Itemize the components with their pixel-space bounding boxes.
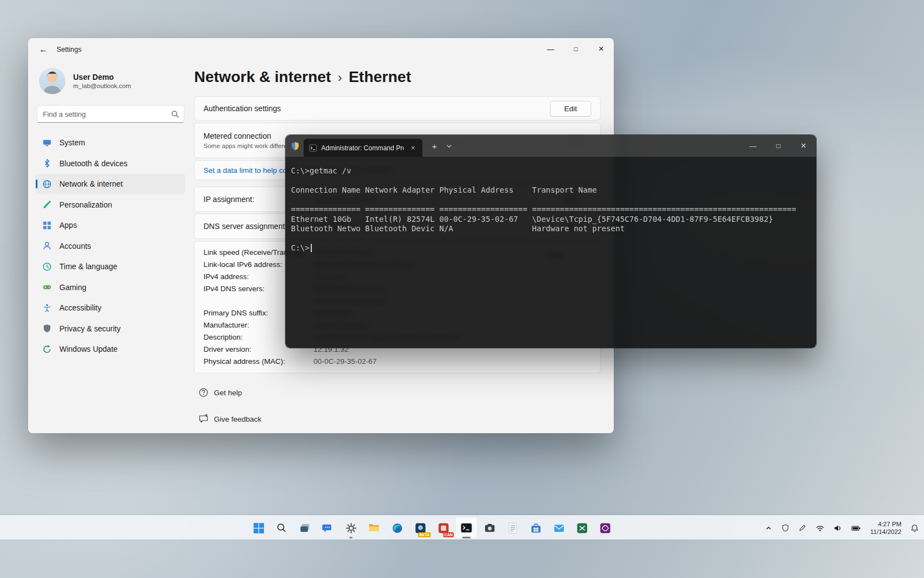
tray-chevron-button[interactable]	[763, 519, 774, 537]
give-feedback-link[interactable]: Give feedback	[199, 412, 261, 426]
gamepad-icon	[42, 282, 52, 292]
authentication-settings-row: Authentication settings Edit	[194, 96, 601, 121]
bell-icon	[911, 524, 919, 532]
help-icon	[199, 388, 208, 397]
settings-window-controls: — □ ×	[538, 38, 614, 60]
give-feedback-label: Give feedback	[214, 415, 261, 423]
search-icon	[276, 522, 287, 533]
new-tab-button[interactable]: +	[427, 138, 442, 154]
settings-app-button[interactable]	[340, 517, 362, 539]
breadcrumb: Network & internet › Ethernet	[194, 68, 601, 86]
tray-app-button[interactable]	[779, 519, 791, 537]
settings-sidebar: User Demo m_lab@outlook.com System Bluet…	[28, 61, 193, 433]
notepad-icon	[507, 522, 519, 534]
terminal-tab[interactable]: Administrator: Command Pro ×	[304, 139, 422, 157]
store-button[interactable]	[525, 517, 547, 539]
tab-dropdown-button[interactable]	[442, 138, 455, 154]
personalization-brush-icon	[42, 200, 52, 209]
screenshot-tool-button[interactable]	[479, 517, 501, 539]
file-explorer-button[interactable]	[363, 517, 385, 539]
terminal-window-controls: — □ ×	[740, 135, 816, 157]
beta-badge: BETA	[418, 532, 431, 537]
terminal-taskbar-button[interactable]	[455, 517, 477, 539]
sidebar-item-label: Bluetooth & devices	[59, 159, 128, 168]
task-view-icon	[299, 522, 311, 534]
property-label: Physical address (MAC):	[204, 356, 314, 368]
taskbar-search-button[interactable]	[271, 517, 293, 539]
page-title: Ethernet	[349, 68, 411, 86]
property-row: Physical address (MAC):00-0C-29-35-02-67	[204, 356, 591, 368]
notification-center-button[interactable]	[909, 519, 921, 537]
user-name: User Demo	[73, 73, 131, 81]
terminal-prompt-line: C:\>	[291, 243, 811, 253]
sidebar-item-label: Accessibility	[59, 303, 101, 312]
sidebar-item-gaming[interactable]: Gaming	[36, 277, 185, 297]
sidebar-item-network-internet[interactable]: Network & internet	[36, 174, 185, 194]
close-button[interactable]: ×	[588, 38, 614, 60]
battery-icon	[851, 524, 861, 532]
terminal-close-button[interactable]: ×	[791, 135, 816, 157]
shield-icon	[42, 324, 52, 333]
system-icon	[42, 138, 52, 148]
volume-icon	[834, 524, 842, 532]
app-beta-button[interactable]: BETA	[409, 517, 431, 539]
authentication-edit-button[interactable]: Edit	[550, 101, 591, 117]
sidebar-item-windows-update[interactable]: Windows Update	[36, 339, 185, 359]
search-icon[interactable]	[171, 110, 179, 118]
windows-logo-icon	[253, 522, 265, 534]
pen-icon	[799, 524, 806, 532]
taskbar-clock[interactable]: 4:27 PM 11/14/2022	[868, 520, 904, 536]
battery-tray-button[interactable]	[849, 519, 863, 537]
app-green-icon	[576, 522, 588, 534]
sidebar-item-personalization[interactable]: Personalization	[36, 195, 185, 215]
volume-tray-button[interactable]	[832, 519, 844, 537]
task-view-button[interactable]	[294, 517, 316, 539]
sidebar-item-system[interactable]: System	[36, 133, 185, 152]
app-purple-button[interactable]	[594, 517, 616, 539]
get-help-label: Get help	[214, 389, 242, 397]
sidebar-item-accessibility[interactable]: Accessibility	[36, 298, 185, 318]
apps-grid-icon	[42, 221, 52, 230]
terminal-minimize-button[interactable]: —	[740, 135, 766, 157]
terminal-icon	[460, 522, 472, 534]
clock-icon	[42, 262, 52, 271]
notepad-button[interactable]	[502, 517, 524, 539]
start-button[interactable]	[248, 517, 270, 539]
avatar	[39, 68, 65, 94]
get-help-link[interactable]: Get help	[199, 385, 242, 400]
sidebar-item-apps[interactable]: Apps	[36, 215, 185, 235]
breadcrumb-parent[interactable]: Network & internet	[194, 68, 331, 86]
terminal-text: C:\>getmac /v Connection Name Network Ad…	[291, 166, 811, 243]
sidebar-item-label: Privacy & security	[59, 324, 120, 333]
mail-button[interactable]	[548, 517, 570, 539]
sidebar-item-time-language[interactable]: Time & language	[36, 257, 185, 276]
tab-close-button[interactable]: ×	[408, 143, 418, 153]
terminal-output[interactable]: C:\>getmac /v Connection Name Network Ad…	[285, 157, 816, 348]
settings-window-title: Settings	[57, 46, 81, 53]
taskbar-icons: BETA CAN	[248, 517, 616, 539]
tray-app-icon	[782, 524, 789, 532]
sidebar-item-label: Apps	[59, 221, 77, 230]
sidebar-item-accounts[interactable]: Accounts	[36, 236, 185, 256]
sidebar-item-privacy-security[interactable]: Privacy & security	[36, 319, 185, 339]
edge-browser-button[interactable]	[386, 517, 408, 539]
app-can-button[interactable]: CAN	[432, 517, 454, 539]
sidebar-item-bluetooth-devices[interactable]: Bluetooth & devices	[36, 154, 185, 173]
update-arrows-icon	[42, 345, 52, 354]
network-tray-button[interactable]	[813, 519, 827, 537]
back-button[interactable]: ←	[35, 41, 52, 58]
accessibility-person-icon	[42, 303, 52, 313]
accounts-person-icon	[42, 241, 52, 250]
app-green-button[interactable]	[571, 517, 593, 539]
minimize-button[interactable]: —	[538, 38, 563, 60]
terminal-maximize-button[interactable]: □	[766, 135, 791, 157]
property-value: 00-0C-29-35-02-67	[314, 356, 591, 368]
admin-shield-icon	[290, 141, 300, 151]
breadcrumb-separator-icon: ›	[338, 70, 342, 85]
search-input[interactable]	[43, 110, 171, 118]
maximize-button[interactable]: □	[563, 38, 588, 60]
tray-pen-button[interactable]	[796, 519, 809, 537]
system-tray: 4:27 PM 11/14/2022	[763, 516, 921, 540]
chat-button[interactable]	[317, 517, 339, 539]
feedback-icon	[199, 414, 208, 424]
